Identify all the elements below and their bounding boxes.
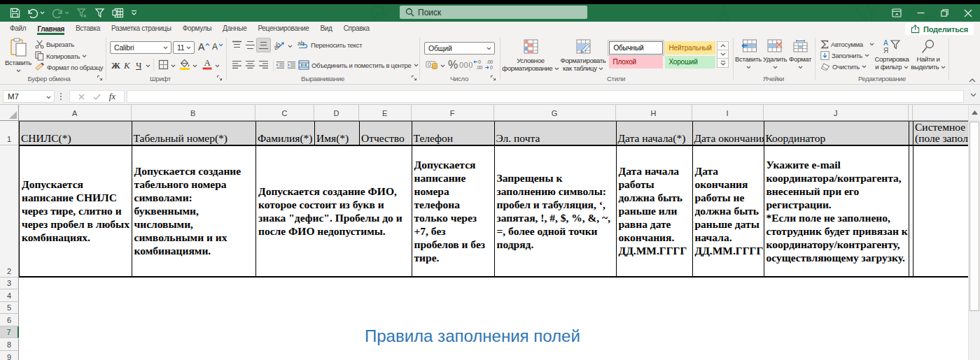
orientation-dropdown-icon[interactable]: [288, 45, 293, 48]
row-header-9[interactable]: 9: [0, 351, 19, 360]
cell-J1[interactable]: Координатор: [764, 121, 910, 146]
cell-G2[interactable]: Запрещены к заполнению символы: пробел и…: [494, 146, 617, 278]
ribbon-display-options-icon[interactable]: [885, 4, 909, 22]
formula-input[interactable]: [127, 90, 964, 103]
underline-button[interactable]: Ч: [136, 60, 141, 71]
number-dialog-launcher[interactable]: [490, 75, 497, 82]
bold-button[interactable]: Ж: [111, 60, 120, 71]
percent-style-button[interactable]: %: [448, 59, 458, 71]
comma-style-button[interactable]: 000: [459, 61, 473, 69]
fill-button[interactable]: Заполнить: [820, 51, 869, 60]
cell-style-normal[interactable]: Обычный: [609, 41, 663, 55]
align-right-button[interactable]: [258, 60, 269, 69]
cell-C2[interactable]: Допускается создание ФИО, которое состои…: [255, 146, 412, 278]
cell-A2[interactable]: Допускается написание СНИЛС через тире, …: [19, 146, 132, 278]
align-center-button[interactable]: [245, 60, 255, 69]
row-header-3[interactable]: 3: [0, 278, 19, 290]
tab-view[interactable]: Вид: [320, 24, 332, 33]
column-header-F[interactable]: F: [412, 105, 494, 121]
tab-review[interactable]: Рецензирование: [258, 24, 309, 33]
save-icon[interactable]: [10, 8, 20, 18]
increase-indent-button[interactable]: [287, 61, 296, 69]
name-box[interactable]: M7: [3, 90, 55, 103]
delete-cells-button[interactable]: Удалить: [763, 39, 787, 69]
find-select-button[interactable]: Найти и выделить: [912, 39, 944, 71]
column-header-I[interactable]: I: [692, 105, 764, 121]
customize-qat-icon[interactable]: [131, 10, 137, 16]
cell-style-good[interactable]: Хороший: [665, 56, 716, 69]
increase-font-button[interactable]: А: [198, 41, 210, 52]
cell-H2[interactable]: Дата начала работы должна быть раньше ил…: [616, 146, 693, 278]
autosum-button[interactable]: Автосумма: [820, 40, 874, 49]
orientation-button[interactable]: аб: [274, 40, 286, 50]
share-button[interactable]: Поделиться: [905, 23, 974, 35]
column-header-D[interactable]: D: [314, 105, 359, 121]
undo-icon[interactable]: [27, 8, 45, 18]
column-header-C[interactable]: C: [255, 105, 314, 121]
cell-B1[interactable]: Табельный номер(*): [132, 121, 257, 146]
align-top-button[interactable]: [232, 41, 242, 50]
restore-icon[interactable]: [932, 4, 956, 22]
cell-style-neutral[interactable]: Нейтральный: [665, 41, 716, 55]
cell-C1[interactable]: Фамилия(*): [255, 121, 315, 146]
font-name-select[interactable]: Calibri: [110, 41, 172, 54]
decrease-indent-button[interactable]: [276, 61, 285, 69]
cell-E1[interactable]: Отчество: [359, 121, 412, 146]
cell-F1[interactable]: Телефон: [412, 121, 495, 146]
fill-color-dropdown-icon[interactable]: [192, 64, 197, 68]
increase-decimal-button[interactable]: 0.00: [473, 59, 484, 70]
row-header-5[interactable]: 5: [0, 302, 19, 315]
cell-G1[interactable]: Эл. почта: [494, 121, 617, 146]
font-dialog-launcher[interactable]: [216, 75, 223, 82]
scrollbar-up-button[interactable]: [969, 105, 980, 121]
styles-gallery-more-button[interactable]: [717, 58, 729, 68]
clipboard-dialog-launcher[interactable]: [97, 75, 104, 82]
row-header-7[interactable]: 7: [0, 326, 19, 339]
table-icon[interactable]: [112, 8, 124, 18]
font-color-button[interactable]: А: [202, 58, 213, 70]
accounting-dropdown-icon[interactable]: [440, 64, 445, 68]
minimize-icon[interactable]: [909, 4, 932, 22]
cell-I2[interactable]: Дата окончания работы не должна быть ран…: [692, 146, 764, 278]
cell-style-bad[interactable]: Плохой: [609, 56, 663, 69]
filter-icon[interactable]: [94, 8, 105, 18]
sort-filter-button[interactable]: А Я Сортировка и фильтр: [874, 39, 909, 71]
merge-center-button[interactable]: Объединить и поместить в центре: [298, 60, 419, 70]
paste-button[interactable]: Вставить: [3, 38, 34, 73]
cell-B2[interactable]: Допускается создание табельного номера с…: [132, 146, 257, 278]
column-header-H[interactable]: H: [616, 105, 692, 121]
format-cells-button[interactable]: Формат: [788, 39, 812, 69]
column-header-J[interactable]: J: [764, 105, 909, 121]
scrollbar-thumb[interactable]: [969, 122, 979, 311]
number-format-select[interactable]: Общий: [424, 42, 495, 55]
wrap-text-button[interactable]: ab Переносить текст: [298, 40, 362, 50]
decrease-decimal-button[interactable]: .000: [484, 59, 495, 70]
cancel-entry-icon[interactable]: [78, 94, 85, 100]
format-as-table-button[interactable]: Форматировать как таблицу: [560, 39, 606, 72]
tab-help[interactable]: Справка: [344, 24, 370, 33]
align-middle-button[interactable]: [245, 41, 255, 50]
decrease-font-button[interactable]: А: [212, 42, 223, 52]
column-header-G[interactable]: G: [494, 105, 616, 121]
cut-button[interactable]: Вырезать: [35, 40, 74, 49]
close-icon[interactable]: [956, 4, 980, 22]
alignment-dialog-launcher[interactable]: [411, 75, 418, 82]
row-header-6[interactable]: 6: [0, 314, 19, 326]
align-left-button[interactable]: [232, 60, 242, 69]
clear-button[interactable]: Очистить: [820, 62, 867, 71]
collapse-ribbon-icon[interactable]: [969, 78, 976, 82]
conditional-formatting-button[interactable]: Условное форматирование: [501, 39, 560, 72]
confirm-entry-icon[interactable]: [93, 94, 101, 100]
insert-cells-button[interactable]: Вставить: [736, 39, 761, 69]
tab-home[interactable]: Главная: [37, 25, 64, 35]
font-color-dropdown-icon[interactable]: [215, 64, 220, 68]
row-header-1[interactable]: 1: [0, 121, 19, 145]
vertical-scrollbar[interactable]: [968, 105, 980, 360]
fill-color-button[interactable]: [179, 59, 190, 70]
column-header-A[interactable]: A: [19, 105, 132, 121]
row-header-4[interactable]: 4: [0, 289, 19, 302]
search-input[interactable]: Поиск: [400, 6, 587, 19]
underline-dropdown-icon[interactable]: [146, 64, 150, 68]
tab-insert[interactable]: Вставка: [76, 24, 100, 33]
clear-filter-icon[interactable]: [76, 8, 88, 18]
